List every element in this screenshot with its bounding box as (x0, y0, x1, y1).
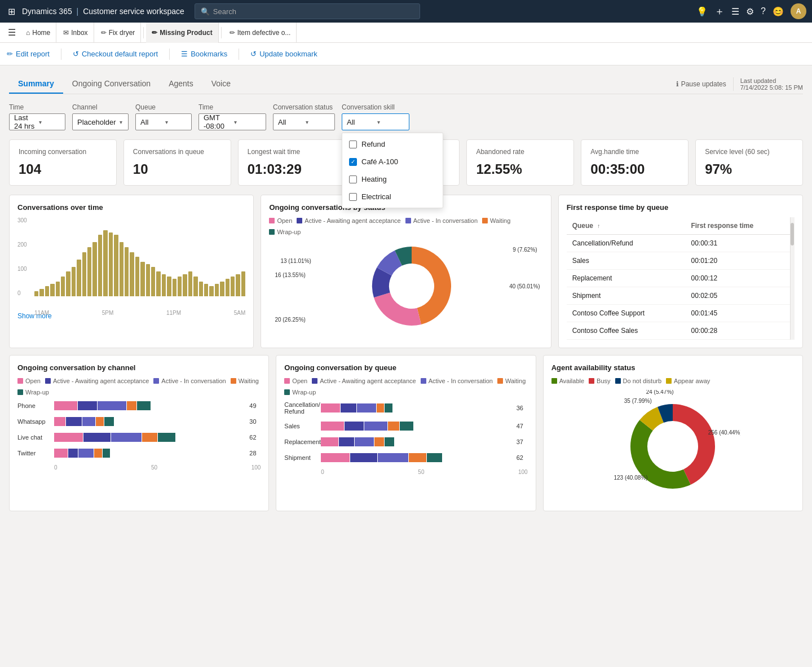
tab-menu-icon[interactable]: ☰ (5, 25, 19, 40)
hbar-row: Replacement37 (284, 437, 527, 446)
table-scroll[interactable]: Queue ↑ First response time Cancellation… (567, 217, 790, 340)
hbar-segment (66, 417, 81, 426)
sort-icon[interactable]: ↑ (597, 223, 600, 229)
checkout-report-btn[interactable]: ↺ Checkout default report (73, 50, 158, 58)
ag-legend-available: Available (551, 378, 584, 384)
bookmarks-btn[interactable]: ☰ Bookmarks (181, 50, 227, 58)
pause-icon: ℹ (676, 80, 679, 88)
dropdown-item-cafe[interactable]: ✓ Café A-100 (342, 153, 443, 170)
filter-conv-status-select[interactable]: All ▾ (273, 113, 335, 130)
checkbox-electrical[interactable] (349, 193, 357, 201)
queue-bar-chart: Cancellation/ Refund36Sales47Replacement… (284, 401, 527, 462)
help-icon[interactable]: ? (761, 6, 766, 16)
sub-tabs-right: ℹ Pause updates Last updated 7/14/2022 5… (676, 77, 803, 91)
dropdown-item-refund[interactable]: Refund (342, 135, 443, 153)
table-row: Shipment00:02:05 (567, 287, 790, 304)
pause-updates-btn[interactable]: ℹ Pause updates (676, 80, 726, 88)
dropdown-item-electrical[interactable]: Electrical (342, 188, 443, 205)
tab-voice[interactable]: Voice (202, 74, 240, 94)
tab-summary[interactable]: Summary (9, 74, 63, 94)
tab-missing-product[interactable]: ✏ Missing Product (146, 23, 218, 43)
bar (66, 271, 70, 296)
bar (173, 279, 176, 296)
chevron-down-icon: ▾ (39, 119, 60, 125)
hbar-segment (378, 453, 408, 462)
checkbox-heating[interactable] (349, 175, 357, 183)
tab-home[interactable]: ⌂ Home (20, 23, 56, 43)
agent-availability-chart: Agent availability status Available Busy… (543, 355, 803, 511)
legend-wrap: Wrap-up (269, 229, 301, 235)
update-bookmark-btn[interactable]: ↺ Update bookmark (250, 50, 317, 58)
chevron-down-icon-4: ▾ (234, 119, 261, 125)
bar (92, 242, 96, 296)
feedback-icon[interactable]: 😊 (773, 6, 784, 17)
table-row: Contoso Coffee Support00:01:45 (567, 304, 790, 322)
filter-time-select[interactable]: Last 24 hrs ▾ (9, 113, 65, 130)
tab-agents[interactable]: Agents (160, 74, 202, 94)
checkbox-refund[interactable] (349, 141, 357, 148)
q-legend-wrap: Wrap-up (284, 389, 316, 396)
ag-legend-dnd: Do not disturb (615, 378, 661, 384)
hbar-segment (158, 433, 175, 442)
settings-icon[interactable]: ⚙ (746, 6, 754, 17)
bar (231, 277, 235, 296)
status-donut: 9 (7.62%) 13 (11.01%) 16 (13.55%) 20 (26… (269, 241, 542, 331)
tab-item-defective[interactable]: ✏ Item defective o... (224, 23, 297, 43)
tab-separator-1 (143, 27, 144, 38)
dropdown-item-heating[interactable]: Heating (342, 170, 443, 188)
bar (215, 284, 219, 296)
bar (236, 274, 240, 296)
hbar-segment (321, 437, 338, 446)
filter-timezone-select[interactable]: GMT -08:00 ▾ (198, 113, 266, 130)
hbar-segment (54, 417, 65, 426)
nav-icons: 💡 ＋ ☰ ⚙ ? 😊 A (696, 3, 806, 19)
hbar-segment (98, 401, 126, 410)
search-icon: 🔍 (201, 7, 210, 16)
bar (87, 247, 91, 296)
donut-label-20: 20 (26.25%) (275, 317, 305, 323)
hbar-segment (350, 453, 377, 462)
tab-fix-dryer[interactable]: ✏ Fix dryer (95, 23, 142, 43)
filter-queue-select[interactable]: All ▾ (135, 113, 192, 130)
status-legend: Open Active - Awaiting agent acceptance … (269, 217, 542, 235)
q-legend-waiting: Waiting (497, 378, 526, 384)
hbar-row: Sales47 (284, 422, 527, 431)
lightbulb-icon[interactable]: 💡 (696, 6, 708, 17)
search-box[interactable]: 🔍 Search (195, 3, 420, 19)
hbar-segment (82, 417, 96, 426)
checkbox-cafe[interactable]: ✓ (349, 158, 357, 166)
filter-conv-skill-select[interactable]: All ▾ (342, 113, 409, 130)
y-axis: 300 200 100 0 (17, 217, 27, 296)
plus-icon[interactable]: ＋ (714, 5, 725, 18)
bar (72, 267, 76, 296)
donut-label-13: 13 (11.01%) (280, 258, 311, 264)
tab-inbox[interactable]: ✉ Inbox (58, 23, 94, 43)
donut-svg (350, 241, 462, 331)
hbar-segment (96, 417, 104, 426)
bar (114, 235, 118, 296)
filter-channel-select[interactable]: Placeholder ▾ (72, 113, 129, 130)
multiline-icon[interactable]: ☰ (731, 6, 739, 17)
bar (50, 284, 54, 296)
filter-conv-status: Conversation status All ▾ (273, 103, 335, 130)
hbar-segment (321, 403, 340, 413)
edit-report-btn[interactable]: ✏ Edit report (7, 50, 50, 58)
chevron-down-icon-5: ▾ (306, 119, 330, 125)
hbar-segment (427, 453, 442, 462)
agent-donut-svg: 256 (40.44%) 123 (40.08%) 35 (7.99%) 24 … (605, 390, 740, 503)
hbar-segment (78, 401, 97, 410)
bar-chart: 300 200 100 0 11AM 5PM 11PM 5AM (17, 217, 245, 308)
filter-channel: Channel Placeholder ▾ (72, 103, 129, 130)
user-avatar[interactable]: A (791, 3, 806, 19)
hbar-segment (137, 401, 151, 410)
hbar-segment (103, 449, 111, 458)
bar (178, 277, 182, 296)
grid-icon[interactable]: ⊞ (6, 4, 17, 19)
scrollbar[interactable] (790, 217, 795, 340)
hbar-segment (409, 453, 426, 462)
first-response-chart: First response time by queue Queue ↑ Fir… (558, 195, 803, 348)
filter-queue: Queue All ▾ (135, 103, 192, 130)
bar (199, 282, 203, 296)
bar (151, 267, 155, 296)
tab-ongoing-conversation[interactable]: Ongoing Conversation (63, 74, 160, 94)
